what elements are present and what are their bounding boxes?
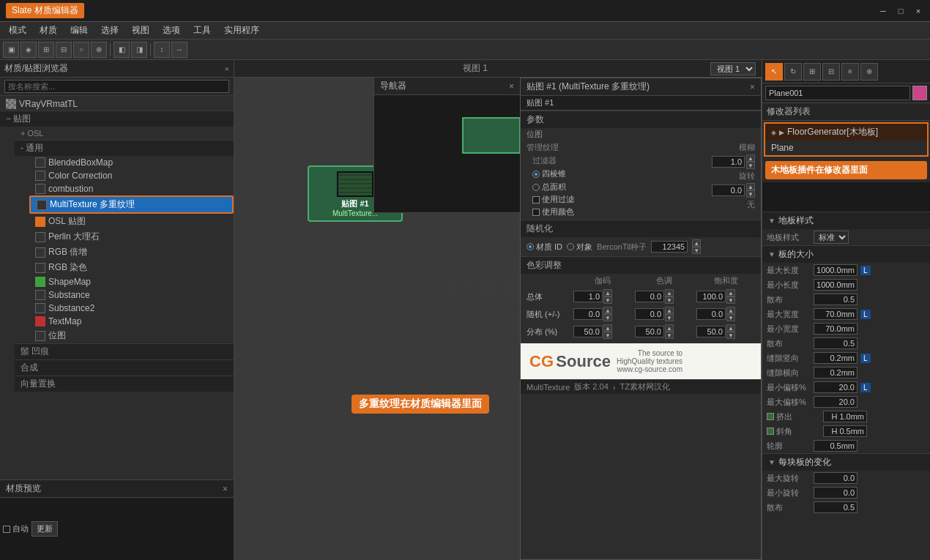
rh-up[interactable]: ▲ <box>665 307 674 314</box>
menu-tools[interactable]: 工具 <box>187 23 217 38</box>
left-panel-close[interactable]: × <box>225 64 229 73</box>
section-floor-style[interactable]: ▼ 地板样式 <box>762 212 930 229</box>
tree-item-perlin[interactable]: Perlin 大理石 <box>29 229 234 244</box>
random-hue-input[interactable] <box>635 308 664 320</box>
max-length-l-btn[interactable]: L <box>860 266 871 275</box>
bevel-input[interactable] <box>823 425 867 437</box>
filter-area-radio[interactable] <box>532 184 540 191</box>
view-dropdown[interactable]: 视图 1 <box>710 62 756 75</box>
outline-input[interactable] <box>814 440 858 452</box>
random-sat-input[interactable] <box>696 308 726 320</box>
bevel-checkbox[interactable] <box>767 428 774 435</box>
tree-item-rgb-tint[interactable]: RGB 染色 <box>29 260 234 275</box>
max-width-l-btn[interactable]: L <box>860 310 871 319</box>
maximize-button[interactable]: □ <box>895 5 907 17</box>
min-width-input[interactable] <box>814 323 858 335</box>
modifier-item-floorgenerator[interactable]: ◈ ▶ FloorGenerator[木地板] <box>765 124 927 141</box>
osl-item[interactable]: + OSL <box>15 127 234 140</box>
section-general[interactable]: - 通用 <box>15 140 234 156</box>
right-tb-scale[interactable]: ⊞ <box>803 63 821 81</box>
section-board-size[interactable]: ▼ 板的大小 <box>762 245 930 263</box>
random-gamma-input[interactable] <box>573 308 603 320</box>
rotate-up[interactable]: ▲ <box>746 183 755 190</box>
blur-up[interactable]: ▲ <box>746 154 755 162</box>
min-length-input[interactable] <box>814 279 858 291</box>
min-rotation-input[interactable] <box>814 487 858 499</box>
toolbar-btn-6[interactable]: ⊕ <box>91 42 107 58</box>
toolbar-btn-9[interactable]: ↕ <box>154 42 170 58</box>
toolbar-btn-4[interactable]: ⊟ <box>56 42 72 58</box>
object-radio[interactable] <box>567 243 574 250</box>
navigator-close[interactable]: × <box>509 81 514 92</box>
min-offset-l-btn[interactable]: L <box>860 383 871 392</box>
rg-down[interactable]: ▼ <box>603 314 612 321</box>
ds-up[interactable]: ▲ <box>726 324 735 332</box>
dist-hue-input[interactable] <box>635 326 664 337</box>
use-color-item[interactable]: 使用颜色 <box>532 206 574 217</box>
toolbar-btn-10[interactable]: ↔ <box>171 42 187 58</box>
blur-down[interactable]: ▼ <box>746 162 755 169</box>
ts-up[interactable]: ▲ <box>726 289 735 296</box>
canvas-area[interactable]: TZ素材网 TZSUCAI.COM 贴图 #1 MultiTexture... … <box>234 78 762 560</box>
menu-material[interactable]: 材质 <box>34 23 63 38</box>
tree-item-textmap[interactable]: TextMap <box>29 315 234 328</box>
tree-item-multitexture[interactable]: MultiTexture 多重纹理 <box>29 195 234 214</box>
toolbar-btn-8[interactable]: ◨ <box>131 42 147 58</box>
total-sat-input[interactable] <box>696 291 726 302</box>
dg-up[interactable]: ▲ <box>603 324 612 332</box>
right-tb-rotate[interactable]: ↻ <box>784 63 802 81</box>
dist-gamma-input[interactable] <box>573 326 603 337</box>
tree-item-blended[interactable]: BlendedBoxMap <box>29 156 234 169</box>
rotate-down[interactable]: ▼ <box>746 190 755 198</box>
dialog-close-button[interactable]: × <box>750 82 755 92</box>
section-per-board[interactable]: ▼ 每块板的变化 <box>762 453 930 471</box>
dh-up[interactable]: ▲ <box>665 324 674 332</box>
filter-pyramid[interactable]: 四棱锥 <box>532 168 566 179</box>
dg-down[interactable]: ▼ <box>603 332 612 339</box>
window-controls[interactable]: ─ □ × <box>877 5 924 17</box>
section-vector[interactable]: 向量置换 <box>15 376 234 392</box>
tree-item-combustion[interactable]: combustion <box>29 182 234 195</box>
extrude-checkbox[interactable] <box>767 413 774 420</box>
total-hue-input[interactable] <box>635 291 664 302</box>
section-textures[interactable]: − 贴图 <box>0 111 234 127</box>
ds-down[interactable]: ▼ <box>726 332 735 339</box>
use-filter-checkbox[interactable] <box>532 196 540 204</box>
rg-up[interactable]: ▲ <box>603 307 612 314</box>
auto-checkbox-box[interactable] <box>3 526 10 533</box>
gap-horizontal-input[interactable] <box>814 367 858 378</box>
use-filter-item[interactable]: 使用过滤 <box>532 194 574 205</box>
bercon-up[interactable]: ▲ <box>692 239 701 247</box>
toolbar-btn-1[interactable]: ▣ <box>3 42 19 58</box>
toolbar-btn-7[interactable]: ◧ <box>114 42 130 58</box>
toolbar-btn-5[interactable]: ○ <box>73 42 89 58</box>
total-gamma-input[interactable] <box>573 291 603 302</box>
name-field[interactable] <box>765 86 910 100</box>
minimize-button[interactable]: ─ <box>877 5 889 17</box>
menu-view[interactable]: 视图 <box>126 23 155 38</box>
toolbar-btn-2[interactable]: ◈ <box>21 42 37 58</box>
max-rotation-input[interactable] <box>814 472 858 484</box>
preview-close[interactable]: × <box>223 484 228 494</box>
floor-style-select[interactable]: 标准 <box>814 231 849 244</box>
section-compose[interactable]: 合成 <box>15 359 234 376</box>
gap-vertical-input[interactable] <box>814 352 858 364</box>
color-swatch[interactable] <box>912 86 927 100</box>
tree-item-colorcorrection[interactable]: Color Correction <box>29 169 234 182</box>
material-id-radio[interactable] <box>527 243 534 250</box>
dh-down[interactable]: ▼ <box>665 332 674 339</box>
filter-pyramid-radio[interactable] <box>532 171 540 178</box>
tree-item-bitmap[interactable]: 位图 <box>29 328 234 343</box>
object-item[interactable]: 对象 <box>567 242 592 253</box>
min-offset-input[interactable] <box>814 381 858 393</box>
tree-item-substance2[interactable]: Substance2 <box>29 302 234 315</box>
right-tb-mirror[interactable]: ⊟ <box>822 63 840 81</box>
dist-sat-input[interactable] <box>696 326 726 337</box>
update-button[interactable]: 更新 <box>31 521 58 537</box>
material-id-item[interactable]: 材质 ID <box>527 242 562 253</box>
th-up[interactable]: ▲ <box>665 289 674 296</box>
bercon-down[interactable]: ▼ <box>692 247 701 254</box>
gap-vertical-l-btn[interactable]: L <box>860 354 871 363</box>
spread2-input[interactable] <box>814 337 858 349</box>
right-tb-move[interactable]: ↖ <box>765 63 783 81</box>
